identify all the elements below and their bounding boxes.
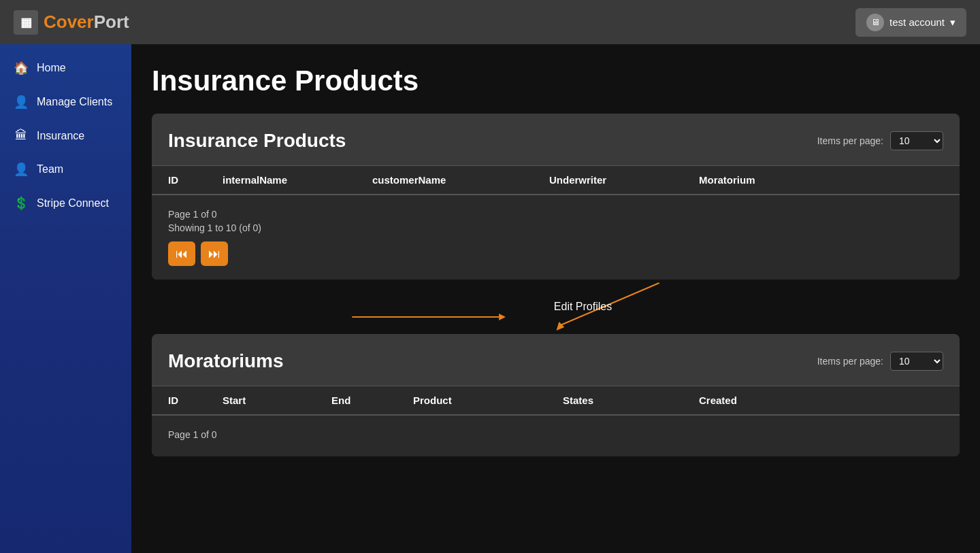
page-title: Insurance Products (152, 65, 960, 97)
insurance-products-card-title: Insurance Products (168, 130, 346, 152)
moratoriums-items-per-page-select[interactable]: 10 25 50 100 (890, 352, 943, 371)
edit-profiles-label[interactable]: Edit Profiles (554, 301, 612, 313)
insurance-products-table-body: Page 1 of 0 Showing 1 to 10 (of 0) ⏮ ⏭ (152, 195, 960, 280)
col-customer-name: customerName (372, 174, 549, 186)
insurance-products-table: ID internalName customerName Underwriter… (152, 165, 960, 280)
pagination-showing-info: Showing 1 to 10 (of 0) (168, 222, 943, 233)
insurance-products-card: Insurance Products Items per page: 10 25… (152, 114, 960, 280)
logo: ▦ CoverPort (14, 10, 129, 35)
sidebar-item-home-label: Home (37, 62, 66, 74)
team-icon: 👤 (14, 162, 29, 177)
account-icon: 🖥 (866, 14, 884, 31)
moratoriums-table-body: Page 1 of 0 (152, 416, 960, 456)
moratoriums-items-per-page-control: Items per page: 10 25 50 100 (817, 352, 943, 371)
col-underwriter: Underwriter (549, 174, 699, 186)
home-icon: 🏠 (14, 61, 29, 76)
sidebar: 🏠 Home 👤 Manage Clients 🏛 Insurance 👤 Te… (0, 44, 131, 553)
moratoriums-items-per-page-label: Items per page: (817, 356, 883, 367)
moratoriums-card-title: Moratoriums (168, 350, 284, 372)
svg-marker-1 (499, 314, 506, 320)
col-end: End (331, 395, 413, 406)
sidebar-item-manage-clients[interactable]: 👤 Manage Clients (0, 85, 131, 119)
svg-marker-3 (556, 322, 564, 331)
pagination-controls: ⏮ ⏭ (168, 241, 943, 266)
logo-cover: CoverPort (44, 12, 129, 33)
main-content: Insurance Products Insurance Products It… (131, 44, 980, 553)
col-states: States (563, 395, 699, 406)
pagination-page-info: Page 1 of 0 (168, 209, 943, 220)
col-internal-name: internalName (223, 174, 372, 186)
account-button[interactable]: 🖥 test account ▾ (855, 8, 966, 37)
moratoriums-card: Moratoriums Items per page: 10 25 50 100… (152, 334, 960, 456)
items-per-page-label: Items per page: (817, 135, 883, 146)
items-per-page-select[interactable]: 10 25 50 100 (890, 131, 943, 150)
sidebar-item-insurance[interactable]: 🏛 Insurance (0, 119, 131, 152)
first-page-button[interactable]: ⏮ (168, 241, 195, 266)
moratoriums-table: ID Start End Product States Created Page… (152, 386, 960, 456)
annotation-area: Edit Profiles (152, 280, 960, 334)
stripe-icon: 💲 (14, 196, 29, 211)
col-id: ID (168, 395, 223, 406)
user-icon: 👤 (14, 95, 29, 110)
sidebar-item-manage-clients-label: Manage Clients (37, 96, 112, 108)
insurance-products-table-header: ID internalName customerName Underwriter… (152, 166, 960, 195)
col-product: Product (413, 395, 563, 406)
sidebar-item-insurance-label: Insurance (37, 130, 84, 142)
col-id: ID (168, 174, 223, 186)
dropdown-chevron-icon: ▾ (950, 16, 956, 29)
moratoriums-table-header: ID Start End Product States Created (152, 386, 960, 416)
moratoriums-pagination-page-info: Page 1 of 0 (168, 429, 943, 440)
col-moratorium: Moratorium (699, 174, 943, 186)
sidebar-item-stripe-connect[interactable]: 💲 Stripe Connect (0, 186, 131, 220)
sidebar-item-team-label: Team (37, 163, 63, 175)
moratoriums-card-header: Moratoriums Items per page: 10 25 50 100 (152, 334, 960, 386)
items-per-page-control: Items per page: 10 25 50 100 (817, 131, 943, 150)
insurance-icon: 🏛 (14, 129, 29, 143)
account-label: test account (889, 16, 945, 28)
col-start: Start (223, 395, 331, 406)
top-navigation: ▦ CoverPort 🖥 test account ▾ (0, 0, 980, 44)
sidebar-item-home[interactable]: 🏠 Home (0, 51, 131, 85)
main-layout: 🏠 Home 👤 Manage Clients 🏛 Insurance 👤 Te… (0, 44, 980, 553)
insurance-products-card-header: Insurance Products Items per page: 10 25… (152, 114, 960, 165)
sidebar-item-stripe-connect-label: Stripe Connect (37, 197, 109, 210)
col-created: Created (699, 395, 943, 406)
sidebar-item-team[interactable]: 👤 Team (0, 152, 131, 186)
last-page-button[interactable]: ⏭ (201, 241, 228, 266)
logo-icon: ▦ (14, 10, 38, 35)
